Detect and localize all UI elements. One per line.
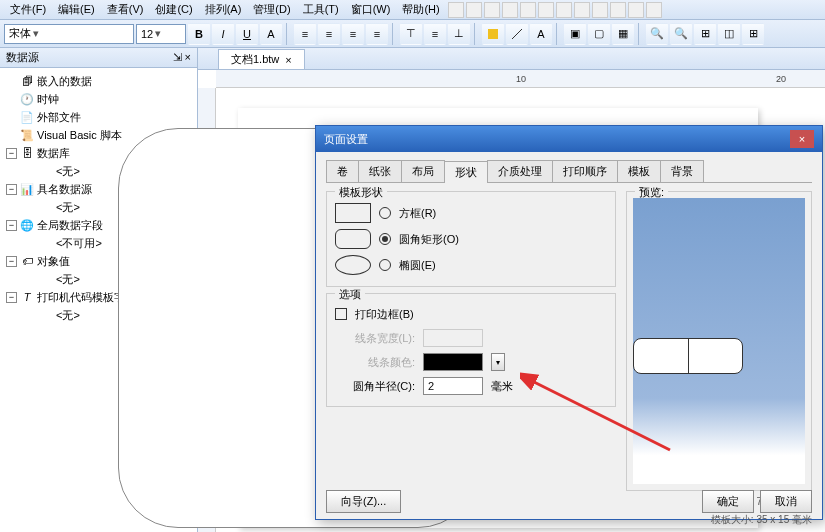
menu-window[interactable]: 窗口(W)	[345, 0, 397, 19]
new-icon[interactable]	[448, 2, 464, 18]
collapse-icon[interactable]: −	[6, 256, 17, 267]
separator	[474, 23, 478, 45]
menu-file[interactable]: 文件(F)	[4, 0, 52, 19]
ruler-tick: 10	[516, 74, 526, 84]
radio-roundrect[interactable]: 圆角矩形(O)	[335, 226, 607, 252]
tag-icon: 🏷	[20, 254, 34, 268]
italic-button[interactable]: I	[212, 23, 234, 45]
tab-layout[interactable]: 布局	[401, 160, 445, 182]
tab-bg[interactable]: 背景	[660, 160, 704, 182]
radio-label: 圆角矩形(O)	[399, 232, 459, 247]
menu-edit[interactable]: 编辑(E)	[52, 0, 101, 19]
align-just-button[interactable]: ≡	[366, 23, 388, 45]
radius-input[interactable]	[423, 377, 483, 395]
radio-icon	[379, 233, 391, 245]
tree-external[interactable]: 📄外部文件	[6, 108, 191, 126]
separator	[638, 23, 642, 45]
size-combo[interactable]: 12▾	[136, 24, 186, 44]
save-icon[interactable]	[484, 2, 500, 18]
preview-icon[interactable]	[520, 2, 536, 18]
dialog-tabs: 卷 纸张 布局 形状 介质处理 打印顺序 模板 背景	[326, 160, 812, 183]
pin-icon[interactable]: ⇲	[173, 51, 182, 63]
preview-label-shape	[633, 338, 743, 374]
tool-icon[interactable]	[538, 2, 554, 18]
globe-icon: 🌐	[20, 218, 34, 232]
line-button[interactable]	[506, 23, 528, 45]
fill-button[interactable]	[482, 23, 504, 45]
chevron-down-icon: ▾	[153, 27, 163, 40]
collapse-icon[interactable]: −	[6, 148, 17, 159]
bold-button[interactable]: B	[188, 23, 210, 45]
grid-button[interactable]: ⊞	[742, 23, 764, 45]
font-combo[interactable]: 宋体▾	[4, 24, 134, 44]
separator	[286, 23, 290, 45]
group-button[interactable]: ▦	[612, 23, 634, 45]
menu-create[interactable]: 创建(C)	[149, 0, 198, 19]
close-icon[interactable]: ×	[285, 54, 291, 66]
copy-icon[interactable]	[592, 2, 608, 18]
dialog-titlebar[interactable]: 页面设置 ×	[316, 126, 822, 152]
menu-tools[interactable]: 工具(T)	[297, 0, 345, 19]
underline-button[interactable]: U	[236, 23, 258, 45]
align-center-button[interactable]: ≡	[318, 23, 340, 45]
tab-template[interactable]: 模板	[617, 160, 661, 182]
cut-icon[interactable]	[574, 2, 590, 18]
align-left-button[interactable]: ≡	[294, 23, 316, 45]
text-tool-button[interactable]: A	[530, 23, 552, 45]
radio-rect[interactable]: 方框(R)	[335, 200, 607, 226]
valign-bot-button[interactable]: ⊥	[448, 23, 470, 45]
ruler-tick: 20	[776, 74, 786, 84]
wizard-button[interactable]: 向导(Z)...	[326, 490, 401, 513]
tree-clock[interactable]: 🕐时钟	[6, 90, 191, 108]
linewidth-label: 线条宽度(L):	[335, 331, 415, 346]
linewidth-input	[423, 329, 483, 347]
tree-embedded[interactable]: 🗐嵌入的数据	[6, 72, 191, 90]
options-group: 选项 打印边框(B) 线条宽度(L): 线条颜色: ▾	[326, 293, 616, 407]
menu-help[interactable]: 帮助(H)	[396, 0, 445, 19]
chevron-down-icon[interactable]: ▾	[491, 353, 505, 371]
print-icon[interactable]	[502, 2, 518, 18]
valign-top-button[interactable]: ⊤	[400, 23, 422, 45]
radio-label: 椭圆(E)	[399, 258, 436, 273]
menu-manage[interactable]: 管理(D)	[247, 0, 296, 19]
oval-icon	[335, 255, 371, 275]
tab-print[interactable]: 打印顺序	[552, 160, 618, 182]
zoomout-button[interactable]: 🔍	[670, 23, 692, 45]
align-right-button[interactable]: ≡	[342, 23, 364, 45]
radio-oval[interactable]: 椭圆(E)	[335, 252, 607, 278]
undo-icon[interactable]	[628, 2, 644, 18]
menu-view[interactable]: 查看(V)	[101, 0, 150, 19]
actual-button[interactable]: ◫	[718, 23, 740, 45]
color-swatch[interactable]	[423, 353, 483, 371]
menu-arrange[interactable]: 排列(A)	[199, 0, 248, 19]
fit-button[interactable]: ⊞	[694, 23, 716, 45]
tab-paper[interactable]: 纸张	[358, 160, 402, 182]
tab-roll[interactable]: 卷	[326, 160, 359, 182]
document-tabs: 文档1.btw×	[198, 48, 825, 70]
doc-tab[interactable]: 文档1.btw×	[218, 49, 305, 69]
tool2-icon[interactable]	[556, 2, 572, 18]
collapse-icon[interactable]: −	[6, 220, 17, 231]
open-icon[interactable]	[466, 2, 482, 18]
printer-icon: T	[20, 290, 34, 304]
ok-button[interactable]: 确定	[702, 490, 754, 513]
close-icon[interactable]: ×	[185, 51, 191, 63]
template-size-info: 模板大小: 35 x 15 毫米	[626, 513, 812, 527]
close-button[interactable]: ×	[790, 130, 814, 148]
tab-shape[interactable]: 形状	[444, 161, 488, 183]
fontcolor-button[interactable]: A	[260, 23, 282, 45]
paste-icon[interactable]	[610, 2, 626, 18]
collapse-icon[interactable]: −	[6, 292, 17, 303]
zoomin-button[interactable]: 🔍	[646, 23, 668, 45]
checkbox-printborder[interactable]: 打印边框(B)	[335, 302, 607, 326]
valign-mid-button[interactable]: ≡	[424, 23, 446, 45]
group-label: 选项	[335, 287, 365, 302]
format-toolbar: 宋体▾ 12▾ B I U A ≡ ≡ ≡ ≡ ⊤ ≡ ⊥ A ▣ ▢ ▦ 🔍 …	[0, 20, 825, 48]
cancel-button[interactable]: 取消	[760, 490, 812, 513]
redo-icon[interactable]	[646, 2, 662, 18]
collapse-icon[interactable]: −	[6, 184, 17, 195]
tab-media[interactable]: 介质处理	[487, 160, 553, 182]
db-icon: 🗐	[20, 74, 34, 88]
front-button[interactable]: ▣	[564, 23, 586, 45]
back-button[interactable]: ▢	[588, 23, 610, 45]
